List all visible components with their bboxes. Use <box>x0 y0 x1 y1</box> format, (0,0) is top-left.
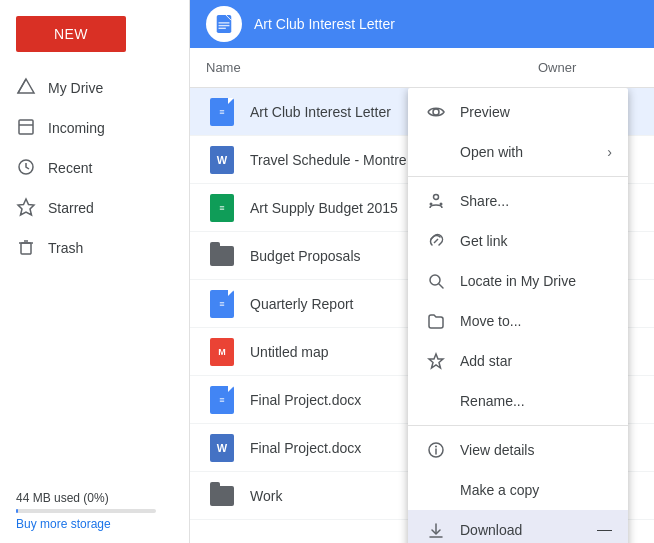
storage-used: 44 MB used (0%) <box>16 491 173 505</box>
sidebar-item-incoming[interactable]: Incoming <box>0 108 181 148</box>
file-type-icon: ≡ <box>206 288 238 320</box>
context-add-star-label: Add star <box>460 353 612 369</box>
context-item-open-with[interactable]: Open with › <box>408 132 628 172</box>
sidebar-item-trash[interactable]: Trash <box>0 228 181 268</box>
active-file-name: Art Club Interest Letter <box>254 16 395 32</box>
context-preview-label: Preview <box>460 104 612 120</box>
context-item-preview[interactable]: Preview <box>408 92 628 132</box>
context-item-download[interactable]: Download ⸻ <box>408 510 628 543</box>
context-item-share[interactable]: Share... <box>408 181 628 221</box>
context-locate-label: Locate in My Drive <box>460 273 612 289</box>
main-content: Art Club Interest Letter Name Owner ≡ Ar… <box>190 0 654 543</box>
svg-rect-12 <box>219 28 226 29</box>
svg-point-13 <box>433 109 439 115</box>
context-rename-label: Rename... <box>460 393 612 409</box>
file-type-icon: M <box>206 336 238 368</box>
menu-divider <box>408 176 628 177</box>
file-type-icon: ≡ <box>206 96 238 128</box>
svg-line-18 <box>439 284 443 288</box>
storage-bar-fill <box>16 509 18 513</box>
context-item-add-star[interactable]: Add star <box>408 341 628 381</box>
search-icon <box>424 272 448 290</box>
svg-marker-5 <box>18 199 34 215</box>
svg-line-1 <box>18 79 26 93</box>
sidebar: NEW My Drive Incoming Recent Starred Tra… <box>0 0 190 543</box>
doc-icon-svg <box>214 14 234 34</box>
svg-point-14 <box>434 195 439 200</box>
active-file-header: Art Club Interest Letter <box>190 0 654 48</box>
trash-icon <box>16 237 36 260</box>
context-menu: Preview Open with › Share... Get link <box>408 88 628 543</box>
new-button[interactable]: NEW <box>16 16 126 52</box>
context-item-view-details[interactable]: View details <box>408 430 628 470</box>
svg-marker-19 <box>429 354 443 368</box>
file-type-icon: ≡ <box>206 192 238 224</box>
svg-rect-2 <box>19 120 33 134</box>
svg-rect-6 <box>21 243 31 254</box>
cursor-indicator: ⸻ <box>596 521 612 539</box>
sidebar-item-starred-label: Starred <box>48 200 94 216</box>
share-icon <box>424 192 448 210</box>
download-icon <box>424 521 448 539</box>
context-move-to-label: Move to... <box>460 313 612 329</box>
eye-icon <box>424 103 448 121</box>
context-get-link-label: Get link <box>460 233 612 249</box>
context-view-details-label: View details <box>460 442 612 458</box>
chevron-right-icon: › <box>607 144 612 160</box>
context-item-make-copy[interactable]: Make a copy <box>408 470 628 510</box>
storage-bar <box>16 509 156 513</box>
file-type-icon <box>206 480 238 512</box>
context-item-rename[interactable]: Rename... <box>408 381 628 421</box>
file-list: ≡ Art Club Interest Letter W Travel Sche… <box>190 88 654 543</box>
incoming-icon <box>16 117 36 140</box>
recent-icon <box>16 157 36 180</box>
file-type-icon <box>206 240 238 272</box>
svg-point-15 <box>430 203 433 206</box>
file-list-header: Name Owner <box>190 48 654 88</box>
sidebar-item-incoming-label: Incoming <box>48 120 105 136</box>
svg-rect-11 <box>219 25 230 26</box>
context-make-copy-label: Make a copy <box>460 482 612 498</box>
svg-rect-10 <box>219 22 230 23</box>
context-open-with-label: Open with <box>460 144 607 160</box>
sidebar-item-my-drive-label: My Drive <box>48 80 103 96</box>
sidebar-item-recent-label: Recent <box>48 160 92 176</box>
context-share-label: Share... <box>460 193 612 209</box>
sidebar-item-starred[interactable]: Starred <box>0 188 181 228</box>
context-item-get-link[interactable]: Get link <box>408 221 628 261</box>
svg-point-22 <box>435 446 437 448</box>
storage-info: 44 MB used (0%) Buy more storage <box>0 479 189 543</box>
svg-marker-0 <box>18 79 34 93</box>
star-icon <box>16 197 36 220</box>
context-item-locate[interactable]: Locate in My Drive <box>408 261 628 301</box>
col-owner-header: Owner <box>538 60 638 75</box>
svg-point-16 <box>440 203 443 206</box>
col-name-header: Name <box>206 60 538 75</box>
drive-icon <box>16 77 36 100</box>
context-item-move-to[interactable]: Move to... <box>408 301 628 341</box>
context-download-label: Download <box>460 522 592 538</box>
link-icon <box>424 232 448 250</box>
file-type-icon: W <box>206 432 238 464</box>
file-type-icon: ≡ <box>206 384 238 416</box>
folder-move-icon <box>424 312 448 330</box>
star-add-icon <box>424 352 448 370</box>
file-type-icon: W <box>206 144 238 176</box>
buy-storage-link[interactable]: Buy more storage <box>16 517 173 531</box>
sidebar-item-trash-label: Trash <box>48 240 83 256</box>
active-file-icon-container <box>206 6 242 42</box>
sidebar-item-my-drive[interactable]: My Drive <box>0 68 181 108</box>
info-icon <box>424 441 448 459</box>
menu-divider-2 <box>408 425 628 426</box>
sidebar-item-recent[interactable]: Recent <box>0 148 181 188</box>
